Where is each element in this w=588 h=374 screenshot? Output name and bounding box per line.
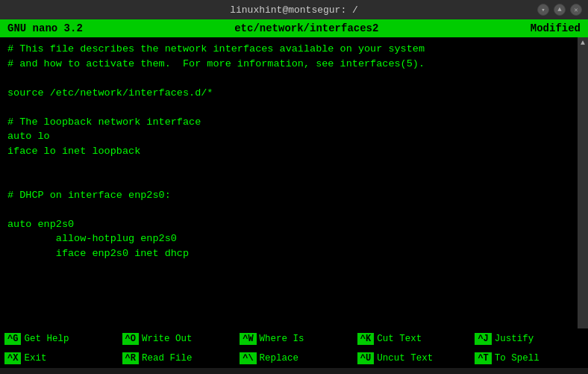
shortcut-item[interactable]: ^WWhere Is: [235, 329, 353, 349]
shortcut-label: Uncut Text: [377, 353, 433, 364]
shortcut-label: Exit: [24, 353, 46, 364]
shortcut-item[interactable]: ^UUncut Text: [353, 349, 471, 368]
shortcut-key: ^R: [122, 352, 139, 364]
shortcut-label: Replace: [260, 353, 299, 364]
shortcut-label: Justify: [495, 334, 534, 344]
shortcut-key: ^W: [240, 333, 256, 345]
scroll-up-arrow[interactable]: ▲: [581, 39, 585, 47]
shortcut-item[interactable]: ^RRead File: [118, 349, 236, 368]
editor-line: [7, 100, 570, 115]
footer-row-2: ^XExit^RRead File^\Replace^UUncut Text^T…: [0, 349, 588, 368]
editor-line: # This file describes the network interf…: [7, 42, 570, 57]
maximize-button[interactable]: ▲: [554, 4, 566, 16]
shortcut-label: Where Is: [260, 334, 304, 344]
window-controls: ▾ ▲ ✕: [537, 4, 582, 16]
editor-line: iface lo inet loopback: [7, 144, 570, 159]
editor-line: # DHCP on interface enp2s0:: [7, 188, 570, 203]
editor-line: [7, 202, 570, 217]
scrollbar[interactable]: ▲: [578, 37, 588, 328]
minimize-button[interactable]: ▾: [537, 4, 549, 16]
window-title: linuxhint@montsegur: /: [230, 4, 358, 16]
shortcut-key: ^U: [357, 352, 374, 364]
shortcut-label: To Spell: [495, 353, 539, 364]
editor-line: [7, 261, 570, 275]
close-button[interactable]: ✕: [570, 4, 582, 16]
shortcut-item[interactable]: ^KCut Text: [353, 329, 471, 349]
editor-line: auto enp2s0: [7, 217, 570, 232]
editor-line: [7, 71, 570, 86]
editor-line: allow-hotplug enp2s0: [7, 231, 570, 246]
shortcut-item[interactable]: ^GGet Help: [0, 329, 118, 349]
shortcut-key: ^O: [122, 333, 139, 345]
editor-line: iface enp2s0 inet dhcp: [7, 246, 570, 261]
editor-container: # This file describes the network interf…: [0, 37, 588, 328]
nano-version: GNU nano 3.2: [7, 22, 83, 34]
file-status: Modified: [531, 22, 581, 34]
editor-line: source /etc/network/interfaces.d/*: [7, 86, 570, 101]
shortcut-key: ^K: [357, 333, 374, 345]
editor-area[interactable]: # This file describes the network interf…: [0, 37, 578, 328]
editor-line: [7, 159, 570, 174]
footer: ^GGet Help^OWrite Out^WWhere Is^KCut Tex…: [0, 328, 588, 368]
shortcut-item[interactable]: ^TTo Spell: [470, 349, 588, 368]
shortcut-key: ^G: [4, 333, 21, 345]
editor-line: auto lo: [7, 129, 570, 144]
shortcut-label: Get Help: [24, 334, 69, 344]
shortcut-key: ^J: [475, 333, 491, 345]
shortcut-item[interactable]: ^OWrite Out: [118, 329, 236, 349]
editor-line: # The loopback network interface: [7, 115, 570, 130]
shortcut-item[interactable]: ^\Replace: [235, 349, 353, 368]
shortcut-label: Read File: [142, 353, 193, 364]
shortcut-key: ^\: [240, 352, 256, 364]
title-bar: linuxhint@montsegur: / ▾ ▲ ✕: [0, 0, 588, 19]
editor-line: # and how to activate them. For more inf…: [7, 57, 570, 72]
shortcut-label: Write Out: [142, 334, 193, 344]
footer-row-1: ^GGet Help^OWrite Out^WWhere Is^KCut Tex…: [0, 329, 588, 349]
shortcut-label: Cut Text: [377, 334, 422, 344]
shortcut-key: ^T: [475, 352, 491, 364]
shortcut-key: ^X: [4, 352, 21, 364]
shortcut-item[interactable]: ^XExit: [0, 349, 118, 368]
file-name: etc/network/interfaces2: [234, 22, 378, 34]
editor-wrap: # This file describes the network interf…: [0, 37, 578, 328]
nano-header: GNU nano 3.2 etc/network/interfaces2 Mod…: [0, 19, 588, 37]
editor-line: [7, 173, 570, 188]
shortcut-item[interactable]: ^JJustify: [470, 329, 588, 349]
